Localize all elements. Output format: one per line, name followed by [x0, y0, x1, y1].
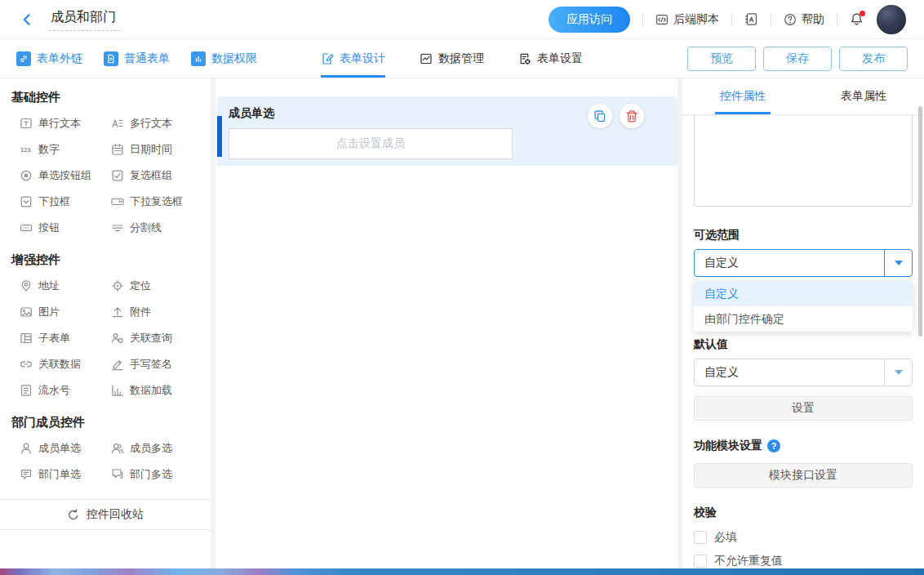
palette-item-label: 子表单 [38, 331, 70, 345]
palette-item-address[interactable]: 地址 [20, 273, 111, 299]
range-select-arrow[interactable] [884, 250, 912, 276]
palette-section-grid: 地址定位图片附件子表单关联查询关联数据手写签名流水号数据加载 [0, 273, 211, 403]
copy-control-button[interactable] [588, 104, 612, 128]
panel-body: 可选范围 自定义 自定义 由部门控件确定 默认值 自定义 设置 功能模块设置 ?… [682, 115, 924, 568]
palette-item-member-multi[interactable]: 成员多选 [111, 435, 211, 461]
palette-item-label: 多行文本 [130, 116, 172, 131]
default-select[interactable]: 自定义 [694, 359, 913, 386]
palette-item-linked-data[interactable]: 关联数据 [20, 351, 111, 377]
palette-section-title: 基础控件 [0, 78, 211, 110]
palette-item-location[interactable]: 定位 [111, 273, 211, 299]
backend-script-button[interactable]: 后端脚本 [655, 12, 719, 27]
range-dropdown-menu: 自定义 由部门控件确定 [694, 281, 913, 332]
form-design-icon [321, 52, 334, 65]
panel-scrollbar[interactable] [918, 106, 922, 337]
description-box[interactable] [694, 115, 913, 207]
palette-item-data-load[interactable]: 数据加载 [111, 377, 211, 403]
avatar[interactable] [877, 5, 906, 34]
preview-button[interactable]: 预览 [687, 47, 756, 71]
palette-item-dept-single[interactable]: 部门单选 [20, 461, 111, 488]
palette-item-signature[interactable]: 手写签名 [111, 351, 211, 377]
designer-tabs: 表单设计 数据管理 表单设置 [321, 39, 583, 78]
palette-item-subform[interactable]: 子表单 [20, 325, 111, 351]
palette-item-number[interactable]: 123数字 [20, 136, 111, 163]
save-button[interactable]: 保存 [763, 47, 832, 71]
member-picker-input[interactable]: 点击设置成员 [229, 128, 513, 159]
palette-item-datetime[interactable]: 日期时间 [111, 136, 211, 163]
app-access-button[interactable]: 应用访问 [549, 7, 630, 33]
normal-form-item[interactable]: 普通表单 [104, 51, 170, 66]
tab-data-manage-label: 数据管理 [438, 51, 484, 66]
data-permission-item[interactable]: 数据权限 [191, 51, 257, 66]
range-select-value: 自定义 [695, 250, 884, 276]
divider-icon [111, 221, 124, 234]
radio-group-icon [20, 169, 33, 182]
default-select-arrow[interactable] [884, 359, 912, 386]
palette-item-checkbox-group[interactable]: 复选框组 [111, 163, 211, 189]
serial-number-icon [20, 384, 33, 397]
range-select[interactable]: 自定义 [694, 249, 913, 277]
page-title[interactable]: 成员和部门 [49, 7, 121, 31]
palette-item-member-single[interactable]: 成员单选 [20, 435, 111, 461]
divider [837, 13, 837, 26]
tab-control-properties[interactable]: 控件属性 [682, 78, 803, 114]
tab-form-properties-label: 表单属性 [836, 89, 891, 114]
selected-control-card[interactable]: 成员单选 点击设置成员 [217, 96, 677, 166]
required-checkbox-label: 必填 [714, 530, 737, 545]
palette-item-label: 分割线 [130, 221, 162, 235]
default-field-label: 默认值 [694, 337, 913, 352]
address-icon [20, 279, 33, 292]
tab-form-settings[interactable]: 表单设置 [518, 39, 583, 78]
tab-control-properties-label: 控件属性 [715, 89, 771, 114]
required-checkbox[interactable] [694, 531, 707, 544]
back-button[interactable] [20, 11, 38, 29]
button-icon [20, 221, 33, 234]
palette-item-image[interactable]: 图片 [20, 299, 111, 325]
palette-item-label: 部门单选 [38, 467, 81, 482]
form-canvas[interactable]: 成员单选 点击设置成员 [215, 78, 677, 568]
form-external-link-label: 表单外链 [37, 51, 82, 66]
dropdown-option-custom[interactable]: 自定义 [694, 281, 913, 306]
palette-item-label: 按钮 [38, 221, 60, 235]
palette-item-multi-select[interactable]: 下拉复选框 [111, 189, 211, 215]
set-default-button[interactable]: 设置 [694, 396, 913, 421]
palette-item-dept-multi[interactable]: 部门多选 [111, 461, 211, 488]
publish-button[interactable]: 发布 [839, 47, 908, 71]
location-icon [111, 279, 124, 292]
back-chevron-icon [20, 12, 34, 27]
data-permission-label: 数据权限 [211, 51, 257, 66]
help-button[interactable]: 帮助 [784, 12, 824, 27]
module-api-button[interactable]: 模块接口设置 [694, 463, 913, 488]
notification-button[interactable] [850, 12, 864, 26]
palette-item-linked-query[interactable]: 关联查询 [111, 325, 211, 351]
tab-data-manage[interactable]: 数据管理 [420, 39, 484, 78]
svg-text:123: 123 [20, 146, 31, 154]
subform-icon [20, 332, 33, 345]
palette-item-multi-line-text[interactable]: 多行文本 [111, 110, 211, 136]
palette-item-radio-group[interactable]: 单选按钮组 [20, 163, 111, 189]
palette-item-attachment[interactable]: 附件 [111, 299, 211, 325]
help-circle-icon[interactable]: ? [767, 439, 780, 452]
tab-form-design-label: 表单设计 [340, 51, 385, 66]
palette-item-button[interactable]: 按钮 [20, 215, 111, 241]
palette-item-divider[interactable]: 分割线 [111, 215, 211, 241]
palette-item-label: 附件 [130, 305, 151, 319]
required-checkbox-row: 必填 [694, 530, 913, 545]
palette-item-label: 流水号 [38, 383, 70, 398]
address-book-icon [744, 12, 758, 26]
palette-item-serial-number[interactable]: 流水号 [20, 377, 111, 403]
tab-form-properties[interactable]: 表单属性 [803, 78, 924, 114]
tab-form-design[interactable]: 表单设计 [321, 39, 385, 78]
validation-label: 校验 [694, 506, 913, 520]
palette-item-label: 下拉复选框 [130, 194, 183, 209]
dictionary-button[interactable] [744, 12, 758, 26]
palette-item-label: 地址 [38, 279, 60, 293]
dropdown-option-by-dept[interactable]: 由部门控件确定 [694, 306, 913, 332]
palette-item-label: 关联数据 [38, 357, 81, 372]
palette-item-select[interactable]: 下拉框 [20, 189, 111, 215]
control-recycle-bin[interactable]: 控件回收站 [0, 499, 211, 530]
delete-control-button[interactable] [620, 104, 644, 128]
palette-item-single-line-text[interactable]: 单行文本 [20, 110, 111, 136]
no-duplicate-checkbox[interactable] [694, 555, 707, 568]
form-external-link-item[interactable]: 表单外链 [16, 51, 82, 66]
